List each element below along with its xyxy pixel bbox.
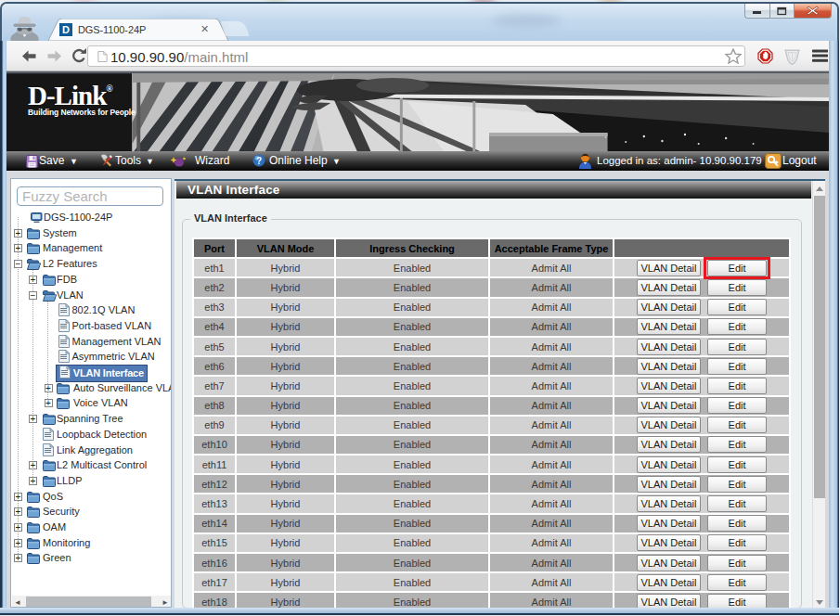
svg-text:?: ? [256, 156, 262, 166]
